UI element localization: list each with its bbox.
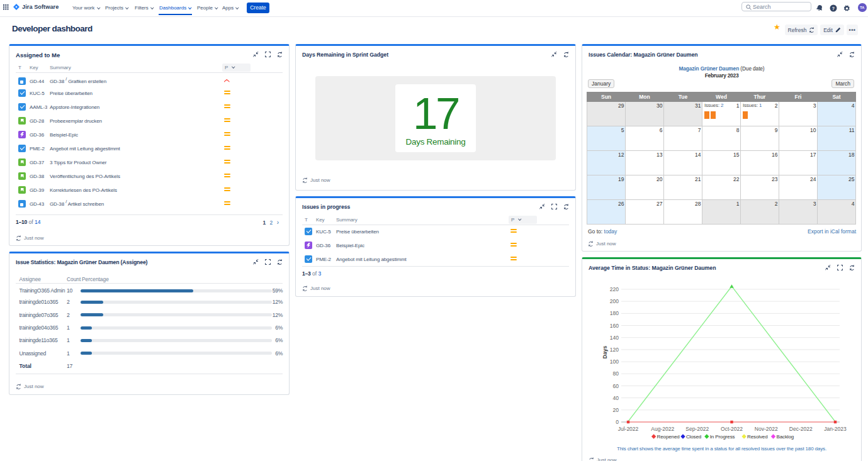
svg-text:Jan-2023: Jan-2023 bbox=[824, 426, 847, 432]
svg-text:40: 40 bbox=[613, 395, 619, 401]
svg-text:Sep-2022: Sep-2022 bbox=[685, 426, 709, 432]
svg-text:20: 20 bbox=[613, 407, 619, 413]
svg-text:?: ? bbox=[832, 6, 835, 11]
svg-text:Reopened: Reopened bbox=[657, 434, 680, 440]
svg-text:Closed: Closed bbox=[686, 434, 701, 440]
svg-text:Resolved: Resolved bbox=[747, 434, 768, 440]
svg-text:In Progress: In Progress bbox=[710, 434, 735, 440]
svg-text:120: 120 bbox=[610, 347, 619, 353]
svg-text:60: 60 bbox=[613, 383, 619, 389]
svg-text:Jul-2022: Jul-2022 bbox=[618, 426, 639, 432]
svg-text:Backlog: Backlog bbox=[776, 434, 794, 440]
svg-text:Aug-2022: Aug-2022 bbox=[651, 426, 674, 432]
svg-text:160: 160 bbox=[610, 323, 619, 329]
svg-text:220: 220 bbox=[610, 286, 619, 292]
svg-text:100: 100 bbox=[610, 358, 619, 365]
svg-text:180: 180 bbox=[610, 310, 619, 316]
svg-text:0: 0 bbox=[616, 419, 619, 425]
svg-text:Dec-2022: Dec-2022 bbox=[789, 426, 813, 432]
svg-text:140: 140 bbox=[610, 335, 619, 341]
svg-text:Oct-2022: Oct-2022 bbox=[721, 426, 743, 432]
svg-text:Days: Days bbox=[602, 346, 608, 359]
svg-text:80: 80 bbox=[613, 370, 619, 377]
svg-text:200: 200 bbox=[610, 298, 619, 304]
svg-text:Nov-2022: Nov-2022 bbox=[755, 426, 778, 432]
